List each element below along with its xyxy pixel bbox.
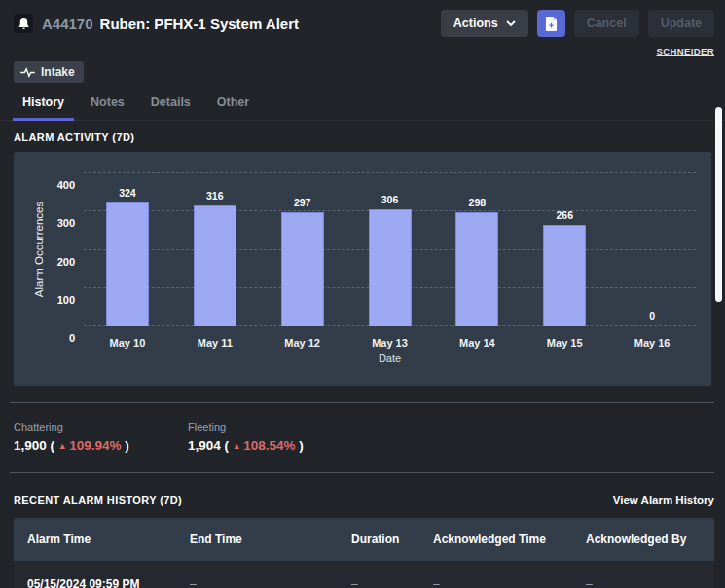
update-button[interactable]: Update (648, 10, 714, 37)
title-bar: A44170Ruben: PFHX-1 System Alert Actions… (0, 0, 725, 37)
bar-value-label: 297 (294, 197, 311, 208)
stat-label: Chattering (14, 422, 188, 433)
alarm-id: A44170 (42, 16, 93, 32)
column-header-end-time: End Time (176, 533, 338, 546)
alarm-activity-chart: Alarm Occurrences 0100200300400 324May 1… (14, 152, 711, 386)
chart-plot-area: 0100200300400 324May 10316May 11297May 1… (84, 173, 696, 326)
recent-history-title: RECENT ALARM HISTORY (7D) (14, 495, 182, 506)
table-row[interactable]: 05/15/2024 09:59 PM–––– (14, 561, 714, 588)
table-header-row: Alarm TimeEnd TimeDurationAcknowledged T… (14, 518, 714, 561)
stat-label: Fleeting (188, 422, 362, 433)
triangle-up-icon: ▲ (58, 441, 69, 451)
intake-row: Intake (0, 58, 725, 83)
stat-chattering: Chattering1,900 ( ▲ 109.94% ) (14, 422, 188, 453)
bar-group-may-15: 266May 15 (521, 173, 608, 326)
table-cell: – (572, 577, 714, 588)
bar-group-may-11: 316May 11 (171, 173, 259, 326)
bar-value-label: 324 (119, 187, 136, 199)
view-alarm-history-link[interactable]: View Alarm History (613, 495, 714, 506)
table-cell: – (176, 577, 338, 588)
tab-bar: HistoryNotesDetailsOther (0, 95, 725, 121)
y-tick-label: 0 (69, 332, 75, 344)
y-tick-label: 100 (57, 294, 75, 306)
vertical-scrollbar-thumb[interactable] (715, 107, 722, 302)
stat-delta-up: ▲ 108.54% (233, 438, 296, 453)
file-plus-icon (545, 17, 558, 31)
triangle-up-icon: ▲ (233, 441, 243, 451)
intake-chip-label: Intake (41, 65, 75, 79)
waveform-icon (20, 67, 35, 78)
recent-history-header: RECENT ALARM HISTORY (7D) View Alarm His… (0, 473, 725, 518)
x-tick-label: May 14 (459, 337, 495, 349)
table-cell: – (419, 577, 572, 588)
vendor-row: SCHNEIDER (0, 37, 725, 58)
intake-chip[interactable]: Intake (14, 61, 84, 83)
tab-details[interactable]: Details (141, 95, 200, 121)
alarm-history-table: Alarm TimeEnd TimeDurationAcknowledged T… (14, 518, 714, 588)
stat-value: 1,900 ( ▲ 109.94% ) (14, 438, 188, 453)
column-header-acknowledged-time: Acknowledged Time (419, 533, 572, 546)
page-title: A44170Ruben: PFHX-1 System Alert (42, 16, 299, 32)
tab-notes[interactable]: Notes (81, 95, 134, 121)
alarm-stats: Chattering1,900 ( ▲ 109.94% )Fleeting1,9… (0, 403, 725, 453)
bar[interactable] (455, 212, 498, 326)
actions-button-label: Actions (453, 17, 498, 30)
new-document-button[interactable] (537, 10, 565, 37)
actions-button[interactable]: Actions (441, 10, 528, 37)
cancel-button[interactable]: Cancel (574, 10, 639, 37)
chart-y-axis-label: Alarm Occurrences (33, 202, 45, 297)
chevron-down-icon (506, 20, 516, 26)
bar-group-may-14: 298May 14 (433, 173, 521, 326)
bar-group-may-12: 297May 12 (259, 173, 346, 326)
table-cell: 05/15/2024 09:59 PM (14, 577, 176, 588)
bar-group-may-10: 324May 10 (84, 173, 171, 326)
table-cell: – (338, 577, 419, 588)
header-actions: Actions Cancel Update (441, 10, 714, 37)
x-tick-label: May 10 (110, 337, 146, 349)
bar-value-label: 0 (649, 311, 655, 322)
column-header-alarm-time: Alarm Time (14, 533, 176, 546)
stat-delta-up: ▲ 109.94% (58, 438, 122, 453)
chart-x-axis-label: Date (84, 352, 696, 364)
column-header-duration: Duration (338, 533, 419, 546)
bell-icon (18, 18, 30, 30)
bar[interactable] (106, 202, 149, 326)
bar-value-label: 306 (381, 194, 399, 205)
bar-value-label: 316 (206, 190, 224, 202)
chart-bars: 324May 10316May 11297May 12306May 13298M… (84, 173, 696, 326)
alarm-activity-title: ALARM ACTIVITY (7D) (0, 121, 725, 152)
bar-value-label: 298 (469, 197, 487, 208)
x-tick-label: May 12 (284, 337, 320, 349)
x-tick-label: May 11 (198, 337, 233, 349)
vendor-link[interactable]: SCHNEIDER (656, 46, 714, 56)
bar[interactable] (543, 225, 586, 326)
alarm-title: Ruben: PFHX-1 System Alert (100, 16, 300, 32)
bar[interactable] (281, 212, 324, 326)
stat-fleeting: Fleeting1,904 ( ▲ 108.54% ) (188, 422, 362, 453)
bar[interactable] (369, 209, 412, 326)
column-header-acknowledged-by: Acknowledged By (572, 533, 714, 546)
bar-group-may-16: 0May 16 (608, 173, 696, 326)
bar-value-label: 266 (556, 209, 573, 221)
tab-other[interactable]: Other (207, 95, 259, 121)
y-tick-label: 400 (57, 179, 75, 191)
x-tick-label: May 15 (547, 337, 583, 349)
y-tick-label: 300 (57, 217, 75, 229)
y-tick-label: 200 (57, 256, 75, 268)
bar[interactable] (194, 205, 236, 326)
x-tick-label: May 13 (372, 337, 408, 349)
stat-value: 1,904 ( ▲ 108.54% ) (188, 438, 362, 453)
tab-history[interactable]: History (13, 95, 74, 121)
x-tick-label: May 16 (634, 337, 671, 349)
bar-group-may-13: 306May 13 (346, 173, 434, 326)
alarm-bell-badge (14, 14, 33, 33)
